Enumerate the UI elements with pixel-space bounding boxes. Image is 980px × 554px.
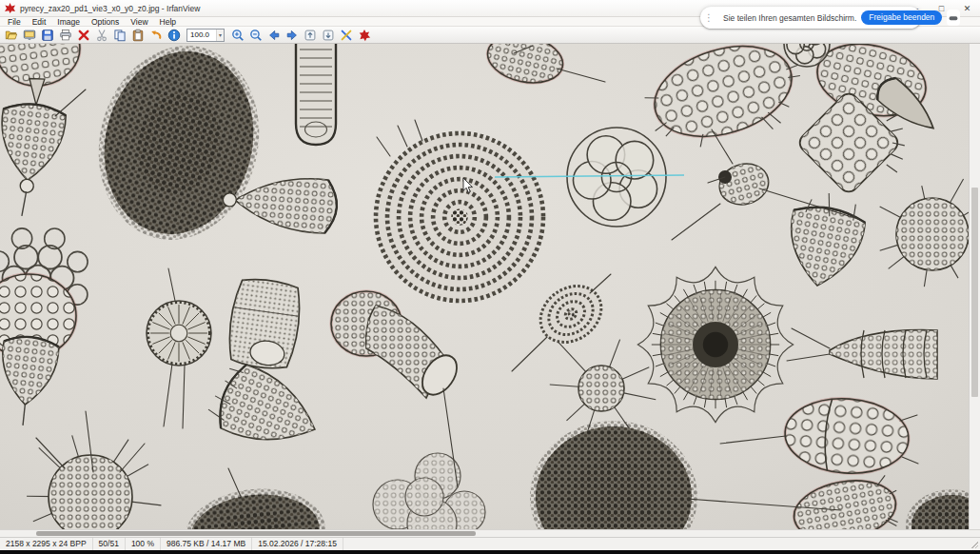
vertical-scrollbar[interactable] [969,44,980,529]
zoom-percent-combobox[interactable]: 100.0▾ [186,29,225,42]
image-viewport[interactable] [0,44,980,529]
prev-image-button[interactable] [265,28,283,43]
file-size: 986.75 KB / 14.17 MB [161,538,252,550]
exit-icon [358,29,371,42]
copy-icon [113,29,127,42]
save-icon [41,29,54,42]
properties-icon [340,29,353,42]
zoom-percent-value: 100.0 [190,30,209,39]
window-title: pyrecy_zax20_pd1_vie3_x0_y0_z0.jpg - Irf… [20,4,200,13]
stop-sharing-button[interactable]: Freigabe beenden [861,10,942,26]
first-image-button[interactable] [302,28,319,43]
zoom-in-icon [231,29,245,42]
menu-item-image[interactable]: Image [51,17,86,27]
copy-button[interactable] [111,28,128,43]
next-image-button[interactable] [284,28,301,43]
paste-icon [131,29,145,42]
first-image-icon [304,29,317,42]
screen-bottom-edge [0,550,980,554]
next-image-icon [285,29,299,42]
screen-share-banner: ⋮ Sie teilen Ihren gesamten Bildschirm. … [700,7,921,29]
undo-button[interactable] [147,28,165,43]
info-icon [167,29,181,42]
prev-image-icon [267,29,281,42]
open-folder-button[interactable] [3,28,20,43]
exit-button[interactable] [356,28,373,43]
banner-drag-handle-icon[interactable]: ⋮ [704,13,714,23]
save-button[interactable] [39,28,56,43]
share-banner-text: Sie teilen Ihren gesamten Bildschirm. [723,13,856,23]
paste-button[interactable] [129,28,147,43]
zoom-out-icon [249,29,263,42]
toolbar: 100.0▾ [0,27,980,44]
zoom-out-button[interactable] [247,28,265,43]
delete-button[interactable] [75,28,92,43]
menu-item-edit[interactable]: Edit [27,17,52,27]
last-image-icon [322,29,335,42]
delete-icon [77,29,90,42]
hide-banner-icon [947,11,960,25]
menu-item-options[interactable]: Options [86,17,125,27]
cut-button[interactable] [93,28,110,43]
horizontal-scrollbar-thumb[interactable] [36,531,476,536]
info-button[interactable] [166,28,183,43]
properties-button[interactable] [338,28,355,43]
hide-banner-button[interactable] [947,10,960,26]
combobox-dropdown-icon[interactable]: ▾ [216,30,224,41]
open-folder-icon [5,29,18,42]
irfanview-app-icon [5,3,15,13]
image-index: 50/51 [93,538,126,550]
vertical-scrollbar-thumb[interactable] [971,188,978,397]
slideshow-button[interactable] [21,28,38,43]
print-icon [59,29,72,42]
statusbar-spacer [343,538,969,550]
undo-icon [149,29,163,42]
print-button[interactable] [57,28,74,43]
resize-grip[interactable] [969,538,980,550]
cut-icon [95,29,108,42]
specimen-image [0,44,969,529]
irfanview-window: pyrecy_zax20_pd1_vie3_x0_y0_z0.jpg - Irf… [0,0,980,554]
menu-item-view[interactable]: View [125,17,153,27]
horizontal-scrollbar[interactable] [0,529,980,537]
zoom-level: 100 % [126,538,161,550]
menu-item-help[interactable]: Help [154,17,182,27]
mouse-cursor [462,177,474,193]
last-image-button[interactable] [320,28,337,43]
image-dimensions: 2158 x 2295 x 24 BPP [0,538,93,550]
zoom-in-button[interactable] [229,28,246,43]
slideshow-icon [23,29,36,42]
file-datetime: 15.02.2026 / 17:28:15 [252,538,343,550]
status-bar: 2158 x 2295 x 24 BPP 50/51 100 % 986.75 … [0,537,980,550]
menu-item-file[interactable]: File [2,17,27,27]
